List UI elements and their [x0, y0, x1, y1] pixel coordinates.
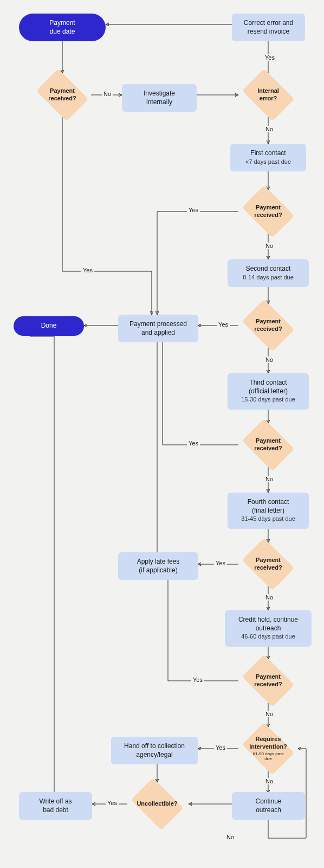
second-contact-label: Second contact 8-14 days past due [243, 265, 294, 282]
continue-outreach-process: Continueoutreach [232, 792, 305, 820]
edge-label-yes-3: Yes [217, 321, 230, 328]
internal-error-label: Internalerror? [257, 87, 279, 103]
edge-label-no-4: No [264, 476, 275, 482]
internal-error-decision: Internalerror? [238, 73, 298, 117]
edge-label-no-2: No [264, 242, 275, 249]
start-terminator: Paymentdue date [19, 14, 106, 41]
fourth-contact-process: Fourth contact(final letter) 31-45 days … [228, 493, 309, 529]
payment-processed-process: Payment processedand applied [118, 315, 198, 342]
correct-error-label: Correct error andresend invoice [244, 19, 293, 36]
edge-label-no-continue: No [225, 834, 236, 840]
investigate-label: Investigateinternally [144, 90, 175, 106]
payment-received-2-decision: Paymentreceived? [238, 190, 298, 233]
second-contact-process: Second contact 8-14 days past due [228, 259, 309, 287]
fourth-contact-label: Fourth contact(final letter) 31-45 days … [241, 498, 295, 524]
edge-label-yes-internal: Yes [263, 54, 276, 61]
payment-received-6-decision: Paymentreceived? [238, 659, 298, 703]
edge-label-no-5: No [264, 594, 275, 601]
requires-intervention-decision: Requiresintervention? 61-90 days pastdue [238, 727, 298, 770]
investigate-process: Investigateinternally [122, 84, 197, 112]
uncollectible-decision: Uncollectible? [127, 782, 187, 826]
done-label: Done [41, 322, 57, 330]
payment-received-5-decision: Paymentreceived? [238, 542, 298, 586]
payment-received-5-label: Paymentreceived? [254, 557, 282, 572]
first-contact-process: First contact <7 days past due [230, 144, 306, 171]
payment-received-4-label: Paymentreceived? [254, 437, 282, 452]
edge-label-yes-6: Yes [191, 676, 204, 683]
payment-received-3-label: Paymentreceived? [254, 318, 282, 333]
handoff-process: Hand off to collectionagency/legal [111, 737, 198, 764]
start-label: Paymentdue date [49, 19, 75, 36]
late-fees-process: Apply late fees(if applicable) [118, 552, 198, 580]
writeoff-process: Write off asbad debt [19, 792, 92, 820]
edge-label-yes-uncollectible: Yes [106, 800, 119, 806]
payment-received-1-label: Paymentreceived? [48, 87, 76, 103]
edge-label-no-internal: No [264, 126, 275, 132]
uncollectible-label: Uncollectible? [137, 800, 177, 808]
late-fees-label: Apply late fees(if applicable) [137, 558, 180, 575]
payment-processed-label: Payment processedand applied [129, 320, 187, 337]
edge-label-no-6: No [264, 711, 275, 717]
writeoff-label: Write off asbad debt [39, 797, 72, 814]
correct-error-process: Correct error andresend invoice [232, 14, 305, 41]
third-contact-process: Third contact(official letter) 15-30 day… [228, 373, 309, 410]
third-contact-label: Third contact(official letter) 15-30 day… [241, 379, 295, 404]
done-terminator: Done [14, 316, 84, 336]
payment-received-3-decision: Paymentreceived? [238, 304, 298, 347]
payment-received-6-label: Paymentreceived? [254, 673, 282, 688]
payment-received-4-decision: Paymentreceived? [238, 423, 298, 467]
edge-label-no-3: No [264, 356, 275, 363]
payment-received-1-decision: Paymentreceived? [33, 73, 92, 117]
edge-label-yes-2: Yes [187, 207, 200, 213]
first-contact-label: First contact <7 days past due [245, 149, 291, 166]
payment-received-2-label: Paymentreceived? [254, 204, 282, 219]
edge-label-yes-intervention: Yes [214, 744, 227, 751]
requires-intervention-label: Requiresintervention? 61-90 days pastdue [249, 736, 287, 761]
credit-hold-process: Credit hold, continueoutreach 46-60 days… [225, 610, 312, 647]
edge-label-yes-4: Yes [187, 440, 200, 446]
continue-outreach-label: Continueoutreach [255, 797, 281, 814]
edge-label-no-1: No [102, 91, 113, 97]
handoff-label: Hand off to collectionagency/legal [124, 742, 185, 759]
edge-label-no-intervention: No [264, 778, 275, 784]
credit-hold-label: Credit hold, continueoutreach 46-60 days… [238, 616, 298, 641]
edge-label-yes-1-long: Yes [81, 267, 94, 273]
edge-label-yes-5: Yes [214, 560, 227, 566]
